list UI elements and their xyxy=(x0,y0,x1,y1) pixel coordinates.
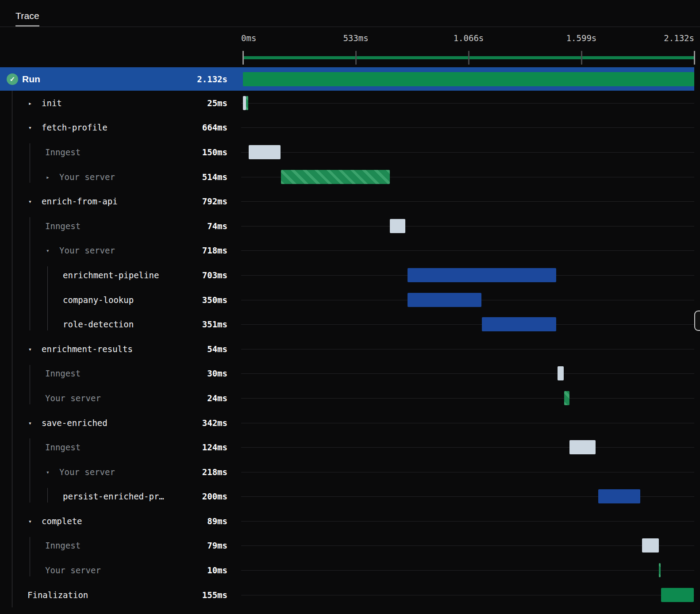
minimap-tick xyxy=(468,51,469,65)
trace-row[interactable]: Inngest79ms xyxy=(0,533,694,558)
row-label: fetch-profile xyxy=(42,123,108,132)
row-duration: 342ms xyxy=(202,418,241,428)
row-duration: 703ms xyxy=(202,270,241,280)
scroll-handle[interactable] xyxy=(694,311,700,331)
ruler-tick-label: 533ms xyxy=(343,33,368,43)
span-bar-queued[interactable] xyxy=(558,366,564,380)
run-label: Run xyxy=(22,74,40,84)
trace-row[interactable]: ▾enrichment-results54ms xyxy=(0,337,694,361)
trace-row[interactable]: Inngest124ms xyxy=(0,435,694,460)
run-row[interactable]: ✓ Run 2.132s xyxy=(0,67,694,91)
trace-row[interactable]: Inngest74ms xyxy=(0,214,694,238)
row-label: Inngest xyxy=(45,541,81,550)
chevron-down-icon[interactable]: ▾ xyxy=(26,518,35,524)
row-label: role-detection xyxy=(63,319,134,329)
span-bar-exec[interactable] xyxy=(598,489,641,503)
row-label: enrich-from-api xyxy=(42,196,118,206)
tab-active-underline xyxy=(15,25,39,27)
span-bar-run[interactable] xyxy=(661,588,694,602)
row-duration: 24ms xyxy=(207,393,241,403)
trace-row[interactable]: Your server10ms xyxy=(0,558,694,583)
span-bar-server[interactable] xyxy=(564,391,569,405)
row-duration: 25ms xyxy=(207,98,241,108)
span-bar-server[interactable] xyxy=(659,563,661,577)
trace-row[interactable]: persist-enriched-pr…200ms xyxy=(0,484,694,509)
row-duration: 792ms xyxy=(202,196,241,206)
row-label: enrichment-results xyxy=(42,344,133,354)
trace-row[interactable]: ▾Your server218ms xyxy=(0,460,694,484)
timeline-minimap[interactable] xyxy=(243,49,694,66)
tree-guide-line xyxy=(30,143,30,183)
trace-row[interactable]: ▾fetch-profile664ms xyxy=(0,115,694,140)
status-success-icon: ✓ xyxy=(7,73,18,85)
trace-row[interactable]: Your server24ms xyxy=(0,386,694,411)
row-label: complete xyxy=(42,516,82,526)
span-bar-exec[interactable] xyxy=(408,268,556,282)
chevron-right-icon[interactable]: ▸ xyxy=(43,173,52,180)
tab-bar: Trace xyxy=(0,0,700,27)
run-span-bar[interactable] xyxy=(243,72,694,86)
trace-row[interactable]: Inngest30ms xyxy=(0,361,694,386)
trace-row[interactable]: ▾Your server718ms xyxy=(0,238,694,263)
trace-row[interactable]: ▾enrich-from-api792ms xyxy=(0,189,694,214)
chevron-down-icon[interactable]: ▾ xyxy=(43,247,52,254)
run-duration: 2.132s xyxy=(197,74,241,84)
chevron-down-icon[interactable]: ▾ xyxy=(26,419,35,426)
row-label: Your server xyxy=(59,246,115,255)
minimap-tick xyxy=(242,51,244,65)
tree-guide-line xyxy=(30,365,30,404)
span-bar-exec[interactable] xyxy=(408,293,481,307)
tree-guide-line xyxy=(30,537,30,576)
span-bar-queued[interactable] xyxy=(569,440,596,454)
minimap-tick xyxy=(694,51,695,65)
trace-row[interactable]: ▸init25ms xyxy=(0,91,694,115)
row-duration: 54ms xyxy=(207,344,241,354)
row-label: Inngest xyxy=(45,147,81,157)
trace-row[interactable]: ▸Your server514ms xyxy=(0,165,694,189)
trace-panel: Trace 0ms533ms1.066s1.599s2.132s ✓ Run 2… xyxy=(0,0,700,614)
trace-row[interactable]: role-detection351ms xyxy=(0,312,694,337)
row-duration: 74ms xyxy=(207,221,241,231)
row-label: persist-enriched-pr… xyxy=(63,491,164,501)
trace-row[interactable]: Finalization155ms xyxy=(0,583,694,607)
row-label: save-enriched xyxy=(42,418,108,428)
row-duration: 351ms xyxy=(202,319,241,329)
timeline-ruler: 0ms533ms1.066s1.599s2.132s xyxy=(0,27,700,67)
row-label: Your server xyxy=(59,172,115,182)
span-bar-queued[interactable] xyxy=(249,145,281,159)
tree-guide-line xyxy=(47,266,48,330)
row-duration: 79ms xyxy=(207,541,241,550)
row-duration: 200ms xyxy=(202,491,241,501)
span-bar-queued[interactable] xyxy=(243,96,246,110)
row-label: Your server xyxy=(45,393,101,403)
row-label: Inngest xyxy=(45,442,81,452)
span-bar-queued[interactable] xyxy=(642,538,659,553)
trace-row[interactable]: company-lookup350ms xyxy=(0,288,694,312)
chevron-down-icon[interactable]: ▾ xyxy=(26,198,35,205)
row-duration: 664ms xyxy=(202,123,241,132)
tree-guide-line xyxy=(30,438,30,503)
trace-row[interactable]: Inngest150ms xyxy=(0,140,694,165)
tab-trace[interactable]: Trace xyxy=(15,11,39,27)
row-duration: 124ms xyxy=(202,442,241,452)
row-label: Your server xyxy=(45,565,101,575)
span-bar-server[interactable] xyxy=(281,170,390,184)
chevron-down-icon[interactable]: ▾ xyxy=(26,124,35,131)
span-bar-queued[interactable] xyxy=(390,219,405,233)
row-label: company-lookup xyxy=(63,295,134,305)
row-duration: 89ms xyxy=(207,516,241,526)
row-duration: 10ms xyxy=(207,565,241,575)
row-label: init xyxy=(42,98,62,108)
trace-row[interactable]: ▾save-enriched342ms xyxy=(0,411,694,435)
tree-guide-line xyxy=(30,217,30,330)
span-bar-server[interactable] xyxy=(246,96,248,110)
chevron-right-icon[interactable]: ▸ xyxy=(26,100,35,106)
tab-trace-label: Trace xyxy=(15,11,39,21)
chevron-down-icon[interactable]: ▾ xyxy=(43,468,52,475)
span-bar-exec[interactable] xyxy=(482,317,556,331)
chevron-down-icon[interactable]: ▾ xyxy=(26,345,35,352)
row-label: Inngest xyxy=(45,221,81,231)
trace-row[interactable]: ▾complete89ms xyxy=(0,509,694,533)
ruler-tick-label: 0ms xyxy=(241,33,256,43)
trace-row[interactable]: enrichment-pipeline703ms xyxy=(0,263,694,288)
